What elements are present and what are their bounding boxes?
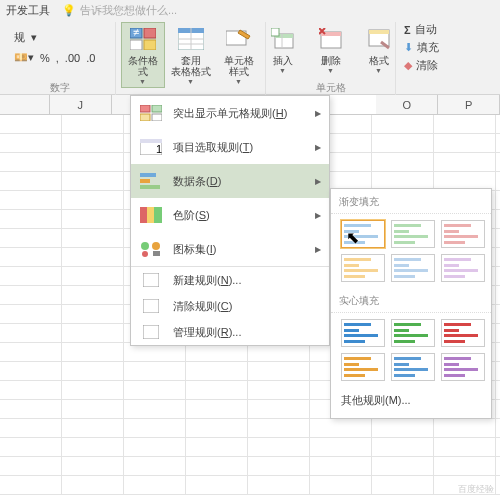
menu-icon [139,270,163,290]
tell-me[interactable]: 💡告诉我您想做什么... [62,3,177,18]
insert-icon [269,25,297,53]
menu-label: 管理规则(R)... [173,325,241,340]
data-bars-submenu: 渐变填充实心填充其他规则(M)... [330,188,492,419]
svg-rect-31 [154,207,162,223]
menu-label: 项目选取规则(T) [173,140,253,155]
col-header[interactable]: O [376,95,438,114]
data-bar-swatch[interactable] [341,254,385,282]
section-label: 实心填充 [331,288,491,313]
svg-rect-20 [152,105,162,112]
menu-label: 新建规则(N)... [173,273,241,288]
section-label: 渐变填充 [331,189,491,214]
delete-button[interactable]: 删除▼ [309,22,353,77]
chevron-right-icon: ▶ [315,177,321,186]
menu-label: 突出显示单元格规则(H) [173,106,287,121]
dec-decimal-button[interactable]: .0 [86,52,95,64]
chevron-right-icon: ▶ [315,143,321,152]
menu-item[interactable]: 管理规则(R)... [131,319,329,345]
menu-item[interactable]: 图标集(I)▶ [131,232,329,266]
menu-icon: 10 [139,137,163,157]
svg-rect-26 [140,173,156,177]
bulb-icon: 💡 [62,4,76,16]
group-editing: Σ自动 ⬇填充 ◆清除 [396,22,445,97]
data-bar-swatch[interactable] [391,220,435,248]
svg-rect-21 [140,114,150,121]
menu-icon [139,171,163,191]
menu-label: 清除规则(C) [173,299,232,314]
col-header[interactable]: J [50,95,112,114]
svg-rect-19 [140,105,150,112]
svg-rect-3 [144,40,156,50]
data-bar-swatch[interactable] [391,254,435,282]
svg-rect-27 [140,179,150,183]
svg-rect-13 [271,28,279,36]
number-format-combo[interactable]: 规▾ [10,28,41,47]
menu-label: 图标集(I) [173,242,216,257]
conditional-format-button[interactable]: ≠ 条件格式▼ [121,22,165,88]
delete-icon [317,25,345,53]
svg-rect-18 [369,30,389,34]
menu-item[interactable]: 色阶(S)▶ [131,198,329,232]
menu-icon [139,322,163,342]
svg-rect-35 [153,251,160,256]
menu-item[interactable]: 突出显示单元格规则(H)▶ [131,96,329,130]
data-bar-swatch[interactable] [391,319,435,347]
menu-label: 数据条(D) [173,174,221,189]
comma-button[interactable]: , [56,52,59,64]
chevron-right-icon: ▶ [315,245,321,254]
menu-label: 色阶(S) [173,208,210,223]
menu-icon [139,296,163,316]
tell-me-placeholder: 告诉我您想做什么... [80,4,177,16]
group-number: 规▾ 💴▾ % , .00 .0 数字 [4,22,116,97]
svg-point-32 [141,242,149,250]
data-bar-swatch[interactable] [341,220,385,248]
clear-button[interactable]: ◆清除 [404,58,438,73]
watermark: 百度经验 [458,483,494,496]
cell-styles-icon [225,25,253,53]
menu-item[interactable]: 新建规则(N)... [131,267,329,293]
svg-rect-22 [152,114,162,121]
menu-icon [139,103,163,123]
svg-rect-36 [143,273,159,287]
svg-rect-29 [140,207,147,223]
svg-rect-38 [143,325,159,339]
data-bar-swatch[interactable] [441,254,485,282]
ribbon-body: 规▾ 💴▾ % , .00 .0 数字 ≠ 条件格式▼ 套用 表 [0,20,500,75]
svg-rect-2 [130,40,142,50]
data-bar-swatch[interactable] [441,353,485,381]
data-bar-swatch[interactable] [341,353,385,381]
group-cells: 插入▼ 删除▼ 格式▼ 单元格 [266,22,396,97]
data-bar-swatch[interactable] [341,319,385,347]
fill-button[interactable]: ⬇填充 [404,40,439,55]
data-bar-swatch[interactable] [441,319,485,347]
svg-rect-30 [147,207,154,223]
svg-rect-28 [140,185,160,189]
menu-item[interactable]: 清除规则(C) [131,293,329,319]
svg-rect-37 [143,299,159,313]
percent-button[interactable]: % [40,52,50,64]
col-header[interactable]: P [438,95,500,114]
more-rules-item[interactable]: 其他规则(M)... [331,387,491,414]
ribbon: 开发工具 💡告诉我您想做什么... 规▾ 💴▾ % , .00 .0 数字 ≠ [0,0,500,95]
currency-button[interactable]: 💴▾ [14,51,34,64]
inc-decimal-button[interactable]: .00 [65,52,80,64]
insert-button[interactable]: 插入▼ [261,22,305,77]
menu-item[interactable]: 数据条(D)▶ [131,164,329,198]
cell-styles-button[interactable]: 单元格样式▼ [217,22,261,88]
format-button[interactable]: 格式▼ [357,22,401,77]
table-format-button[interactable]: 套用 表格格式▼ [169,22,213,88]
svg-text:10: 10 [156,143,162,155]
menu-item[interactable]: 10项目选取规则(T)▶ [131,130,329,164]
tab-developer[interactable]: 开发工具 [6,3,50,18]
table-format-icon [177,25,205,53]
data-bar-swatch[interactable] [441,220,485,248]
chevron-right-icon: ▶ [315,211,321,220]
svg-point-33 [152,242,160,250]
data-bar-swatch[interactable] [391,353,435,381]
menu-icon [139,205,163,225]
chevron-right-icon: ▶ [315,109,321,118]
format-icon [365,25,393,53]
svg-point-34 [142,251,148,257]
menu-icon [139,239,163,259]
autosum-button[interactable]: Σ自动 [404,22,437,37]
